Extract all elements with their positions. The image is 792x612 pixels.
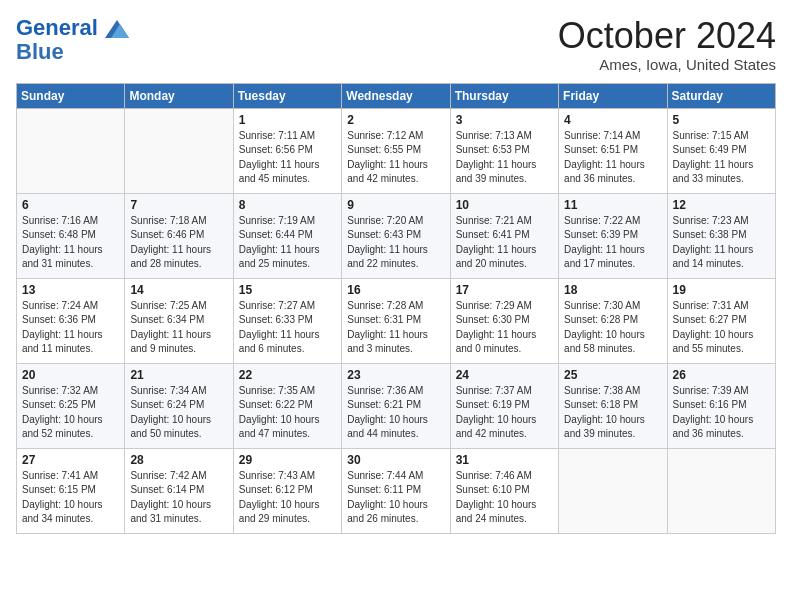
day-info: Sunrise: 7:21 AM Sunset: 6:41 PM Dayligh… <box>456 214 553 272</box>
calendar-cell: 11Sunrise: 7:22 AM Sunset: 6:39 PM Dayli… <box>559 193 667 278</box>
day-number: 22 <box>239 368 336 382</box>
day-number: 9 <box>347 198 444 212</box>
title-block: October 2024 Ames, Iowa, United States <box>558 16 776 73</box>
day-info: Sunrise: 7:25 AM Sunset: 6:34 PM Dayligh… <box>130 299 227 357</box>
day-info: Sunrise: 7:41 AM Sunset: 6:15 PM Dayligh… <box>22 469 119 527</box>
calendar-cell: 10Sunrise: 7:21 AM Sunset: 6:41 PM Dayli… <box>450 193 558 278</box>
day-info: Sunrise: 7:30 AM Sunset: 6:28 PM Dayligh… <box>564 299 661 357</box>
day-number: 16 <box>347 283 444 297</box>
calendar-week-row: 27Sunrise: 7:41 AM Sunset: 6:15 PM Dayli… <box>17 448 776 533</box>
calendar-cell: 29Sunrise: 7:43 AM Sunset: 6:12 PM Dayli… <box>233 448 341 533</box>
calendar-cell: 28Sunrise: 7:42 AM Sunset: 6:14 PM Dayli… <box>125 448 233 533</box>
day-info: Sunrise: 7:37 AM Sunset: 6:19 PM Dayligh… <box>456 384 553 442</box>
calendar-header-row: SundayMondayTuesdayWednesdayThursdayFrid… <box>17 83 776 108</box>
logo: General Blue <box>16 16 129 64</box>
day-number: 3 <box>456 113 553 127</box>
day-number: 12 <box>673 198 770 212</box>
day-number: 19 <box>673 283 770 297</box>
calendar-cell: 23Sunrise: 7:36 AM Sunset: 6:21 PM Dayli… <box>342 363 450 448</box>
day-number: 15 <box>239 283 336 297</box>
calendar-table: SundayMondayTuesdayWednesdayThursdayFrid… <box>16 83 776 534</box>
day-info: Sunrise: 7:38 AM Sunset: 6:18 PM Dayligh… <box>564 384 661 442</box>
day-info: Sunrise: 7:34 AM Sunset: 6:24 PM Dayligh… <box>130 384 227 442</box>
day-number: 31 <box>456 453 553 467</box>
logo-blue: Blue <box>16 40 129 64</box>
day-info: Sunrise: 7:20 AM Sunset: 6:43 PM Dayligh… <box>347 214 444 272</box>
day-info: Sunrise: 7:22 AM Sunset: 6:39 PM Dayligh… <box>564 214 661 272</box>
calendar-cell: 4Sunrise: 7:14 AM Sunset: 6:51 PM Daylig… <box>559 108 667 193</box>
day-info: Sunrise: 7:18 AM Sunset: 6:46 PM Dayligh… <box>130 214 227 272</box>
calendar-cell: 5Sunrise: 7:15 AM Sunset: 6:49 PM Daylig… <box>667 108 775 193</box>
day-number: 17 <box>456 283 553 297</box>
day-number: 6 <box>22 198 119 212</box>
day-number: 24 <box>456 368 553 382</box>
day-info: Sunrise: 7:39 AM Sunset: 6:16 PM Dayligh… <box>673 384 770 442</box>
day-number: 11 <box>564 198 661 212</box>
day-info: Sunrise: 7:16 AM Sunset: 6:48 PM Dayligh… <box>22 214 119 272</box>
calendar-cell: 27Sunrise: 7:41 AM Sunset: 6:15 PM Dayli… <box>17 448 125 533</box>
day-info: Sunrise: 7:32 AM Sunset: 6:25 PM Dayligh… <box>22 384 119 442</box>
calendar-cell: 16Sunrise: 7:28 AM Sunset: 6:31 PM Dayli… <box>342 278 450 363</box>
day-number: 4 <box>564 113 661 127</box>
calendar-cell: 12Sunrise: 7:23 AM Sunset: 6:38 PM Dayli… <box>667 193 775 278</box>
day-number: 1 <box>239 113 336 127</box>
day-info: Sunrise: 7:23 AM Sunset: 6:38 PM Dayligh… <box>673 214 770 272</box>
day-info: Sunrise: 7:13 AM Sunset: 6:53 PM Dayligh… <box>456 129 553 187</box>
logo-icon <box>105 20 129 38</box>
calendar-week-row: 6Sunrise: 7:16 AM Sunset: 6:48 PM Daylig… <box>17 193 776 278</box>
day-number: 29 <box>239 453 336 467</box>
day-of-week-header: Friday <box>559 83 667 108</box>
day-number: 20 <box>22 368 119 382</box>
calendar-week-row: 1Sunrise: 7:11 AM Sunset: 6:56 PM Daylig… <box>17 108 776 193</box>
day-info: Sunrise: 7:44 AM Sunset: 6:11 PM Dayligh… <box>347 469 444 527</box>
calendar-cell: 9Sunrise: 7:20 AM Sunset: 6:43 PM Daylig… <box>342 193 450 278</box>
day-number: 5 <box>673 113 770 127</box>
logo-text: General <box>16 16 129 40</box>
calendar-cell: 22Sunrise: 7:35 AM Sunset: 6:22 PM Dayli… <box>233 363 341 448</box>
day-number: 26 <box>673 368 770 382</box>
day-of-week-header: Saturday <box>667 83 775 108</box>
day-number: 14 <box>130 283 227 297</box>
day-info: Sunrise: 7:35 AM Sunset: 6:22 PM Dayligh… <box>239 384 336 442</box>
day-number: 10 <box>456 198 553 212</box>
calendar-cell <box>17 108 125 193</box>
day-info: Sunrise: 7:12 AM Sunset: 6:55 PM Dayligh… <box>347 129 444 187</box>
day-info: Sunrise: 7:11 AM Sunset: 6:56 PM Dayligh… <box>239 129 336 187</box>
day-info: Sunrise: 7:19 AM Sunset: 6:44 PM Dayligh… <box>239 214 336 272</box>
location: Ames, Iowa, United States <box>558 56 776 73</box>
calendar-cell <box>125 108 233 193</box>
day-info: Sunrise: 7:31 AM Sunset: 6:27 PM Dayligh… <box>673 299 770 357</box>
day-number: 7 <box>130 198 227 212</box>
calendar-cell: 21Sunrise: 7:34 AM Sunset: 6:24 PM Dayli… <box>125 363 233 448</box>
calendar-cell: 15Sunrise: 7:27 AM Sunset: 6:33 PM Dayli… <box>233 278 341 363</box>
calendar-cell: 3Sunrise: 7:13 AM Sunset: 6:53 PM Daylig… <box>450 108 558 193</box>
day-info: Sunrise: 7:27 AM Sunset: 6:33 PM Dayligh… <box>239 299 336 357</box>
calendar-cell: 8Sunrise: 7:19 AM Sunset: 6:44 PM Daylig… <box>233 193 341 278</box>
calendar-cell: 25Sunrise: 7:38 AM Sunset: 6:18 PM Dayli… <box>559 363 667 448</box>
day-number: 28 <box>130 453 227 467</box>
calendar-week-row: 20Sunrise: 7:32 AM Sunset: 6:25 PM Dayli… <box>17 363 776 448</box>
day-number: 23 <box>347 368 444 382</box>
calendar-cell: 14Sunrise: 7:25 AM Sunset: 6:34 PM Dayli… <box>125 278 233 363</box>
month-title: October 2024 <box>558 16 776 56</box>
day-number: 13 <box>22 283 119 297</box>
calendar-cell: 19Sunrise: 7:31 AM Sunset: 6:27 PM Dayli… <box>667 278 775 363</box>
calendar-week-row: 13Sunrise: 7:24 AM Sunset: 6:36 PM Dayli… <box>17 278 776 363</box>
day-info: Sunrise: 7:28 AM Sunset: 6:31 PM Dayligh… <box>347 299 444 357</box>
calendar-cell: 31Sunrise: 7:46 AM Sunset: 6:10 PM Dayli… <box>450 448 558 533</box>
calendar-cell: 20Sunrise: 7:32 AM Sunset: 6:25 PM Dayli… <box>17 363 125 448</box>
day-info: Sunrise: 7:46 AM Sunset: 6:10 PM Dayligh… <box>456 469 553 527</box>
day-of-week-header: Wednesday <box>342 83 450 108</box>
day-number: 25 <box>564 368 661 382</box>
calendar-cell: 26Sunrise: 7:39 AM Sunset: 6:16 PM Dayli… <box>667 363 775 448</box>
day-number: 18 <box>564 283 661 297</box>
day-info: Sunrise: 7:42 AM Sunset: 6:14 PM Dayligh… <box>130 469 227 527</box>
calendar-cell: 13Sunrise: 7:24 AM Sunset: 6:36 PM Dayli… <box>17 278 125 363</box>
calendar-cell <box>667 448 775 533</box>
calendar-cell: 24Sunrise: 7:37 AM Sunset: 6:19 PM Dayli… <box>450 363 558 448</box>
calendar-cell: 18Sunrise: 7:30 AM Sunset: 6:28 PM Dayli… <box>559 278 667 363</box>
calendar-cell: 30Sunrise: 7:44 AM Sunset: 6:11 PM Dayli… <box>342 448 450 533</box>
day-info: Sunrise: 7:15 AM Sunset: 6:49 PM Dayligh… <box>673 129 770 187</box>
day-of-week-header: Tuesday <box>233 83 341 108</box>
calendar-cell: 7Sunrise: 7:18 AM Sunset: 6:46 PM Daylig… <box>125 193 233 278</box>
